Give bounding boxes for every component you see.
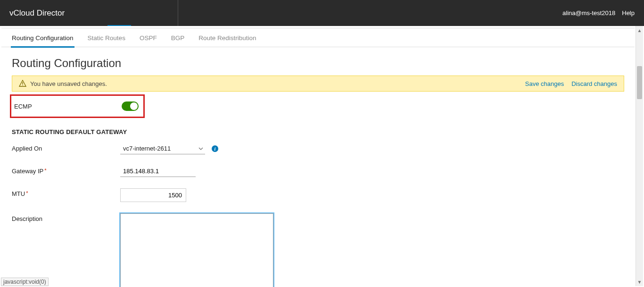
scroll-down-icon[interactable]: ▼ <box>637 279 642 285</box>
scroll-up-icon[interactable]: ▲ <box>637 27 642 34</box>
applied-on-label: Applied On <box>12 143 120 152</box>
svg-rect-0 <box>22 82 23 84</box>
vertical-scrollbar[interactable]: ▲ ▼ <box>636 26 643 286</box>
mtu-input[interactable] <box>120 188 186 202</box>
ecmp-toggle[interactable] <box>122 101 139 111</box>
static-routing-form: Applied On vc7-internet-2611 i Gateway I… <box>12 143 624 287</box>
chevron-down-icon <box>198 146 203 151</box>
page-title: Routing Configuration <box>12 57 624 70</box>
tab-ospf[interactable]: OSPF <box>140 29 157 47</box>
warning-icon <box>19 80 26 87</box>
status-bar-link: javascript:void(0) <box>1 278 49 286</box>
toggle-knob <box>130 102 138 110</box>
sub-tabs: Routing Configuration Static Routes OSPF… <box>1 29 635 47</box>
scroll-thumb[interactable] <box>637 66 642 99</box>
svg-rect-1 <box>22 85 23 85</box>
app-brand: vCloud Director <box>9 8 65 18</box>
app-header: vCloud Director alina@ms-test2018 Help <box>0 0 644 26</box>
header-divider <box>178 0 178 26</box>
alert-message: You have unsaved changes. <box>30 80 107 87</box>
section-heading: STATIC ROUTING DEFAULT GATEWAY <box>12 128 624 135</box>
user-name[interactable]: alina@ms-test2018 <box>562 9 615 17</box>
description-label: Description <box>12 213 120 222</box>
applied-on-value: vc7-internet-2611 <box>123 145 171 152</box>
gateway-ip-label: Gateway IP* <box>12 166 120 175</box>
tab-route-redistribution[interactable]: Route Redistribution <box>198 29 256 47</box>
applied-on-select[interactable]: vc7-internet-2611 <box>120 143 205 154</box>
mtu-label: MTU* <box>12 188 120 197</box>
tab-static-routes[interactable]: Static Routes <box>88 29 125 47</box>
tab-routing-configuration[interactable]: Routing Configuration <box>12 29 74 47</box>
unsaved-changes-alert: You have unsaved changes. Save changes D… <box>12 76 624 92</box>
help-link[interactable]: Help <box>622 9 635 17</box>
info-icon[interactable]: i <box>212 145 218 152</box>
gateway-ip-input[interactable] <box>120 166 196 177</box>
discard-changes-link[interactable]: Discard changes <box>571 80 617 87</box>
ecmp-highlight-box: ECMP <box>10 94 145 118</box>
description-textarea[interactable] <box>120 213 273 287</box>
save-changes-link[interactable]: Save changes <box>525 80 564 87</box>
tab-bgp[interactable]: BGP <box>171 29 185 47</box>
ecmp-label: ECMP <box>14 103 32 110</box>
